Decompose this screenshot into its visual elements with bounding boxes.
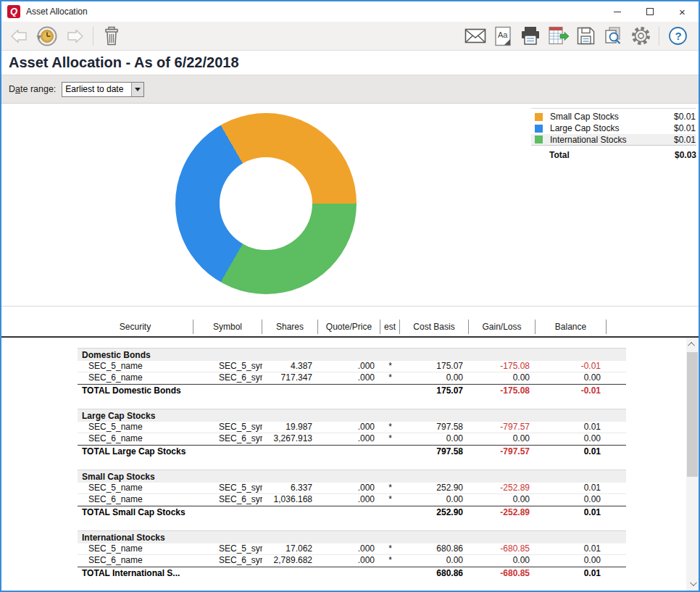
chart-legend: Small Cap Stocks$0.01Large Cap Stocks$0.…	[531, 108, 696, 162]
table-cell: 17.062	[262, 543, 318, 554]
font-settings-button[interactable]: Aa	[489, 24, 517, 49]
table-cell-filler	[607, 543, 626, 554]
export-button[interactable]	[544, 24, 572, 49]
table-cell: .000	[318, 372, 380, 383]
fonts-icon: Aa	[493, 26, 512, 46]
table-cell-filler	[607, 483, 626, 493]
group-total-row: TOTAL Small Cap Stocks252.90-252.890.01	[78, 506, 626, 519]
table-row[interactable]: SEC_6_nameSEC_6_sym1,036.168.000*0.000.0…	[78, 494, 626, 506]
back-arrow-icon	[10, 30, 29, 43]
table-cell: .000	[318, 361, 380, 372]
legend-item[interactable]: International Stocks$0.01	[531, 134, 696, 146]
table-cell: 797.58	[400, 422, 469, 433]
column-header[interactable]: Gain/Loss	[469, 320, 536, 334]
asset-allocation-window: Q Asset Allocation ×	[0, 0, 700, 592]
column-header[interactable]: Shares	[262, 320, 318, 334]
table-cell: SEC_6_name	[78, 494, 193, 505]
forward-button[interactable]	[61, 24, 88, 49]
table-cell: 0.00	[536, 433, 607, 444]
column-header-filler	[607, 320, 626, 334]
column-header[interactable]: Quote/Price	[318, 320, 380, 334]
table-cell: SEC_6_name	[78, 433, 193, 444]
print-preview-icon	[603, 26, 624, 46]
table-cell: SEC_5_sym	[193, 361, 262, 372]
vertical-scrollbar[interactable]	[686, 338, 699, 591]
maximize-icon	[646, 8, 654, 15]
table-row[interactable]: SEC_5_nameSEC_5_sym4.387.000*175.07-175.…	[78, 361, 626, 372]
table-cell: 252.90	[400, 483, 469, 493]
dropdown-button[interactable]	[131, 83, 143, 96]
printer-icon	[520, 26, 541, 46]
settings-button[interactable]	[627, 24, 654, 49]
legend-item[interactable]: Large Cap Stocks$0.01	[531, 122, 696, 134]
date-range-label: Date range:	[9, 84, 56, 94]
table-cell: 680.86	[400, 543, 469, 554]
asset-allocation-donut-chart[interactable]	[175, 113, 357, 294]
table-cell: 6.337	[262, 483, 318, 493]
group-total-value: 797.58	[400, 446, 469, 458]
print-preview-button[interactable]	[599, 24, 627, 49]
table-cell: *	[380, 361, 400, 372]
svg-text:Aa: Aa	[498, 30, 508, 39]
table-cell: 0.00	[400, 494, 469, 505]
table-cell: -797.57	[469, 422, 536, 433]
window-title: Asset Allocation	[26, 7, 601, 17]
table-row[interactable]: SEC_5_nameSEC_5_sym17.062.000*680.86-680…	[78, 543, 626, 555]
table-cell: *	[380, 494, 400, 505]
table-cell: SEC_6_name	[78, 555, 193, 566]
group-total-value: 0.01	[536, 567, 607, 580]
group-total-value: 175.07	[400, 385, 469, 397]
group-total-value: 0.01	[536, 446, 607, 458]
table-cell: 0.01	[536, 483, 607, 493]
table-row[interactable]: SEC_6_nameSEC_6_sym717.347.000*0.000.000…	[78, 372, 626, 384]
history-clock-icon	[36, 25, 59, 48]
maximize-button[interactable]	[633, 1, 666, 22]
table-row[interactable]: SEC_5_nameSEC_5_sym19.987.000*797.58-797…	[78, 422, 626, 433]
minimize-icon	[614, 12, 621, 12]
scrollbar-thumb[interactable]	[687, 352, 698, 477]
table-cell: .000	[318, 483, 380, 493]
table-cell-filler	[607, 506, 626, 519]
legend-total-row: Total $0.03	[531, 149, 696, 162]
save-button[interactable]	[572, 24, 599, 49]
svg-text:?: ?	[675, 30, 681, 42]
column-header[interactable]: Symbol	[193, 320, 262, 334]
column-header[interactable]: est	[380, 320, 400, 334]
group-total-value: -680.85	[469, 567, 536, 580]
table-cell-filler	[607, 494, 626, 505]
table-cell-filler	[607, 422, 626, 433]
table-cell: 3,267.913	[262, 433, 318, 444]
back-button[interactable]	[6, 24, 33, 49]
table-row[interactable]: SEC_6_nameSEC_6_sym2,789.682.000*0.000.0…	[78, 555, 626, 567]
table-cell: 0.00	[400, 372, 469, 383]
legend-item[interactable]: Small Cap Stocks$0.01	[531, 111, 696, 122]
column-header[interactable]: Balance	[536, 320, 607, 334]
table-cell: .000	[318, 494, 380, 505]
table-cell-filler	[607, 385, 626, 397]
table-cell: SEC_5_name	[78, 543, 193, 554]
legend-value: $0.01	[674, 112, 696, 122]
table-row[interactable]: SEC_5_nameSEC_5_sym6.337.000*252.90-252.…	[78, 483, 626, 494]
table-cell-filler	[607, 361, 626, 372]
delete-button[interactable]	[98, 24, 125, 49]
print-button[interactable]	[517, 24, 544, 49]
table-cell: *	[380, 543, 400, 554]
forward-arrow-icon	[65, 30, 84, 43]
email-report-button[interactable]	[462, 24, 489, 49]
table-cell: SEC_5_name	[78, 483, 193, 493]
help-button[interactable]: ?	[664, 24, 691, 49]
toolbar-separator	[659, 27, 659, 46]
column-header[interactable]: Cost Basis	[400, 320, 469, 334]
column-header[interactable]: Security	[78, 320, 193, 334]
table-cell: 175.07	[400, 361, 469, 372]
table-cell: 2,789.682	[262, 555, 318, 566]
table-row[interactable]: SEC_6_nameSEC_6_sym3,267.913.000*0.000.0…	[78, 433, 626, 445]
date-range-dropdown[interactable]: Earliest to date	[62, 82, 144, 97]
scroll-down-button[interactable]	[686, 578, 699, 590]
minimize-button[interactable]	[601, 1, 633, 22]
table-cell: 0.00	[536, 372, 607, 383]
close-button[interactable]: ×	[666, 1, 699, 22]
scroll-up-button[interactable]	[686, 338, 699, 351]
history-button[interactable]	[33, 24, 61, 49]
table-cell: -680.85	[469, 543, 536, 554]
